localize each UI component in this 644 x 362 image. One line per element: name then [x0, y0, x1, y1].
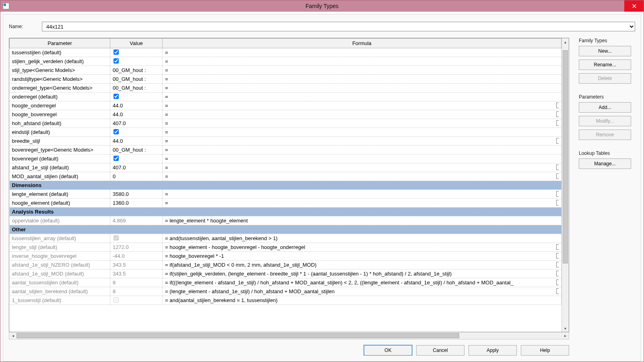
table-row[interactable]: stijl_type<Generic Models>00_GM_hout := — [10, 66, 561, 75]
param-cell[interactable]: 1_tussenstijl (default) — [10, 296, 110, 305]
table-row[interactable]: afstand_1e_stijl_NZERO (default)343.5= i… — [10, 261, 561, 269]
value-cell[interactable]: 8 — [110, 287, 163, 296]
param-cell[interactable]: afstand_1e_stijl (default) — [10, 163, 110, 172]
manage-lookup-button[interactable]: Manage... — [579, 158, 631, 169]
formula-cell[interactable]: = and(tussenstijlen, aantal_stijlen_bere… — [163, 234, 561, 243]
table-row[interactable]: hoogte_onderregel44.0= — [10, 101, 561, 110]
table-row[interactable]: stijlen_gelijk_verdelen (default)= — [10, 57, 561, 66]
value-cell[interactable]: 1272.0 — [110, 243, 163, 252]
param-cell[interactable]: afstand_1e_stijl_NZERO (default) — [10, 261, 110, 269]
value-cell[interactable] — [110, 234, 163, 243]
formula-cell[interactable]: = — [163, 154, 561, 163]
formula-cell[interactable]: = (lengte_element - afstand_1e_stijl) / … — [163, 287, 561, 296]
modify-param-button[interactable]: Modify... — [579, 116, 631, 126]
remove-param-button[interactable]: Remove — [579, 130, 631, 140]
table-row[interactable]: afstand_1e_stijl (default)407.0= — [10, 163, 561, 172]
param-cell[interactable]: lengte_stijl (default) — [10, 243, 110, 252]
table-row[interactable]: hoogte_element (default)1360.0= — [10, 199, 561, 208]
param-cell[interactable]: eindstijl (default) — [10, 128, 110, 137]
formula-cell[interactable]: = — [163, 84, 561, 93]
formula-cell[interactable]: = — [163, 48, 561, 57]
param-cell[interactable]: hoogte_onderregel — [10, 101, 110, 110]
table-row[interactable]: breedte_stijl44.0= — [10, 137, 561, 146]
formula-cell[interactable]: = — [163, 128, 561, 137]
param-cell[interactable]: breedte_stijl — [10, 137, 110, 146]
param-cell[interactable]: aantal_tussenstijlen (default) — [10, 278, 110, 287]
param-cell[interactable]: oppervlakte (default) — [10, 216, 110, 225]
param-cell[interactable]: randstijltype<Generic Models> — [10, 75, 110, 84]
formula-cell[interactable]: = — [163, 119, 561, 128]
table-row[interactable]: hoogte_bovenregel44.0= — [10, 110, 561, 119]
value-cell[interactable]: 00_GM_hout : — [110, 84, 163, 93]
formula-cell[interactable]: = — [163, 57, 561, 66]
vertical-scrollbar[interactable]: ▴ ▾ — [561, 38, 569, 332]
group-row[interactable]: Other — [10, 225, 561, 234]
value-cell[interactable] — [110, 154, 163, 163]
value-cell[interactable]: 44.0 — [110, 101, 163, 110]
param-cell[interactable]: inverse_hoogte_bovenregel — [10, 252, 110, 261]
table-row[interactable]: onderregel_type<Generic Models>00_GM_hou… — [10, 84, 561, 93]
value-cell[interactable]: 343.5 — [110, 261, 163, 269]
col-header-value[interactable]: Value — [110, 39, 163, 48]
value-cell[interactable] — [110, 57, 163, 66]
value-checkbox[interactable] — [114, 49, 119, 55]
table-row[interactable]: randstijltype<Generic Models>00_GM_hout … — [10, 75, 561, 84]
hscroll-thumb[interactable] — [17, 333, 459, 338]
value-cell[interactable]: 44.0 — [110, 137, 163, 146]
formula-cell[interactable]: = — [163, 137, 561, 146]
param-cell[interactable]: tussenstijlen (default) — [10, 48, 110, 57]
formula-cell[interactable]: = — [163, 146, 561, 154]
table-row[interactable]: hoh_afstand (default)407.0= — [10, 119, 561, 128]
formula-cell[interactable]: = if(afstand_1e_stijl_MOD < 0 mm, 2 mm, … — [163, 261, 561, 269]
formula-cell[interactable]: = if(((lengte_element - afstand_1e_stijl… — [163, 278, 561, 287]
value-cell[interactable]: 0 — [110, 172, 163, 181]
table-row[interactable]: lengte_stijl (default)1272.0= hoogte_ele… — [10, 243, 561, 252]
help-button[interactable]: Help — [521, 345, 569, 356]
col-header-parameter[interactable]: Parameter — [10, 39, 110, 48]
param-cell[interactable]: hoogte_element (default) — [10, 199, 110, 208]
param-cell[interactable]: afstand_1e_stijl_MOD (default) — [10, 269, 110, 278]
param-cell[interactable]: onderregel_type<Generic Models> — [10, 84, 110, 93]
value-cell[interactable]: 3580.0 — [110, 190, 163, 199]
value-cell[interactable]: 00_GM_hout : — [110, 75, 163, 84]
value-cell[interactable]: 4.869 — [110, 216, 163, 225]
group-header[interactable]: Analysis Results — [10, 208, 561, 216]
formula-cell[interactable]: = — [163, 110, 561, 119]
param-cell[interactable]: aantal_stijlen_berekend (default) — [10, 287, 110, 296]
value-cell[interactable]: 407.0 — [110, 119, 163, 128]
formula-cell[interactable]: = — [163, 190, 561, 199]
formula-cell[interactable]: = hoogte_bovenregel * -1 — [163, 252, 561, 261]
apply-button[interactable]: Apply — [469, 345, 517, 356]
value-cell[interactable]: 00_GM_hout : — [110, 66, 163, 75]
group-header[interactable]: Other — [10, 225, 561, 234]
ok-button[interactable]: OK — [364, 345, 412, 356]
cancel-button[interactable]: Cancel — [416, 345, 464, 356]
formula-cell[interactable]: = lengte_element * hoogte_element — [163, 216, 561, 225]
param-cell[interactable]: hoh_afstand (default) — [10, 119, 110, 128]
table-row[interactable]: 1_tussenstijl (default)= and(aantal_stij… — [10, 296, 561, 305]
formula-cell[interactable]: = — [163, 172, 561, 181]
table-row[interactable]: tussenstijlen_array (default)= and(tusse… — [10, 234, 561, 243]
value-checkbox[interactable] — [114, 94, 119, 99]
table-row[interactable]: oppervlakte (default)4.869= lengte_eleme… — [10, 216, 561, 225]
value-cell[interactable]: 1360.0 — [110, 199, 163, 208]
value-cell[interactable]: 00_GM_hout : — [110, 146, 163, 154]
value-cell[interactable] — [110, 296, 163, 305]
table-row[interactable]: aantal_stijlen_berekend (default)8= (len… — [10, 287, 561, 296]
param-cell[interactable]: tussenstijlen_array (default) — [10, 234, 110, 243]
table-row[interactable]: bovenregel_type<Generic Models>00_GM_hou… — [10, 146, 561, 154]
formula-cell[interactable]: = — [163, 93, 561, 101]
param-cell[interactable]: bovenregel_type<Generic Models> — [10, 146, 110, 154]
table-row[interactable]: aantal_tussenstijlen (default)8= if(((le… — [10, 278, 561, 287]
scroll-down-icon[interactable]: ▾ — [562, 325, 569, 332]
formula-cell[interactable]: = — [163, 199, 561, 208]
table-row[interactable]: tussenstijlen (default)= — [10, 48, 561, 57]
close-button[interactable]: ✕ — [624, 0, 644, 12]
value-checkbox[interactable] — [114, 129, 119, 134]
table-row[interactable]: inverse_hoogte_bovenregel-44.0= hoogte_b… — [10, 252, 561, 261]
table-row[interactable]: MOD_aantal_stijlen (default)0= — [10, 172, 561, 181]
col-header-formula[interactable]: Formula — [163, 39, 561, 48]
formula-cell[interactable]: = — [163, 163, 561, 172]
rename-type-button[interactable]: Rename... — [579, 60, 631, 70]
scroll-left-icon[interactable]: ◂ — [9, 332, 17, 339]
